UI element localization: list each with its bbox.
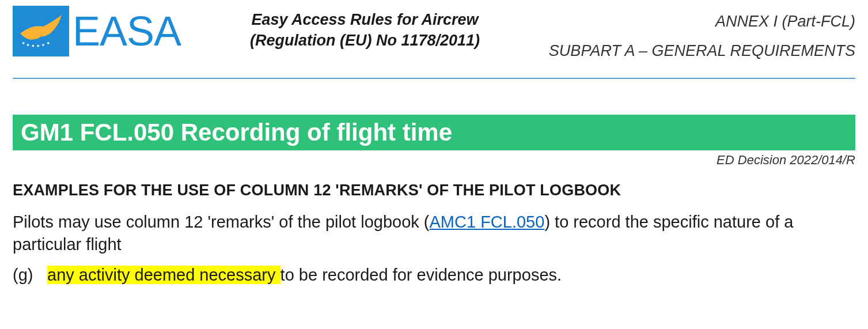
- item-marker-g: (g): [13, 264, 47, 286]
- svg-point-4: [42, 44, 44, 46]
- annex-label: ANNEX I (Part-FCL): [549, 7, 855, 36]
- item-text-g: any activity deemed necessary to be reco…: [47, 264, 562, 286]
- svg-point-1: [27, 44, 29, 46]
- doc-title-line2: (Regulation (EU) No 1178/2011): [181, 30, 549, 51]
- section-title-banner: GM1 FCL.050 Recording of flight time: [13, 115, 855, 150]
- intro-before-link: Pilots may use column 12 'remarks' of th…: [13, 213, 430, 231]
- doc-title-line1: Easy Access Rules for Aircrew: [181, 9, 549, 30]
- svg-point-2: [32, 45, 35, 47]
- header-center: Easy Access Rules for Aircrew (Regulatio…: [181, 6, 549, 51]
- item-rest-text: to be recorded for evidence purposes.: [281, 266, 562, 284]
- amc-link[interactable]: AMC1 FCL.050: [430, 213, 545, 231]
- decision-reference: ED Decision 2022/014/R: [13, 153, 855, 168]
- easa-logo-text: EASA: [73, 10, 181, 52]
- list-item-g: (g) any activity deemed necessary to be …: [13, 264, 855, 286]
- document-page: EASA Easy Access Rules for Aircrew (Regu…: [0, 0, 868, 298]
- sub-heading: EXAMPLES FOR THE USE OF COLUMN 12 'REMAR…: [13, 181, 855, 199]
- svg-point-5: [47, 42, 50, 44]
- highlighted-text: any activity deemed necessary: [47, 266, 281, 284]
- page-header: EASA Easy Access Rules for Aircrew (Regu…: [13, 6, 855, 79]
- easa-logo: EASA: [13, 6, 181, 56]
- svg-point-3: [37, 45, 39, 47]
- header-right: ANNEX I (Part-FCL) SUBPART A – GENERAL R…: [549, 6, 855, 66]
- subpart-label: SUBPART A – GENERAL REQUIREMENTS: [549, 36, 855, 66]
- svg-point-0: [22, 42, 25, 44]
- easa-bird-icon: [13, 6, 69, 56]
- intro-paragraph: Pilots may use column 12 'remarks' of th…: [13, 211, 855, 256]
